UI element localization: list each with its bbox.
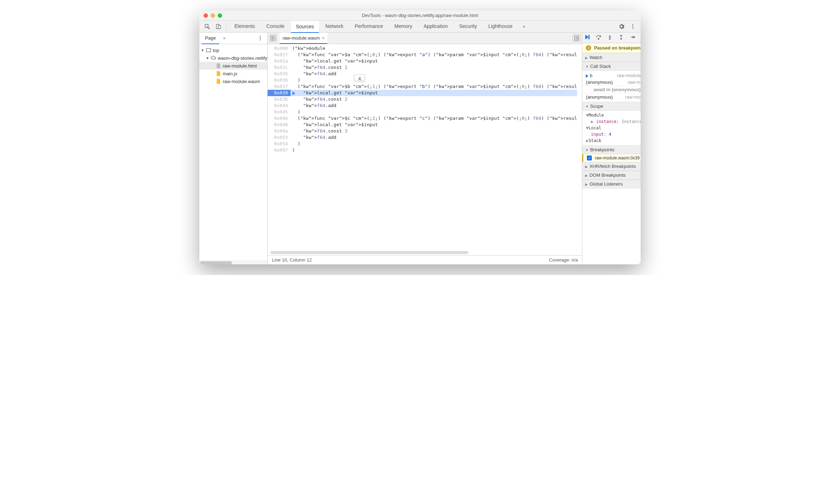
toggle-navigator-icon[interactable]	[269, 34, 277, 42]
svg-point-18	[634, 37, 635, 38]
svg-point-3	[632, 24, 634, 25]
breakpoint-label: raw-module.wasm:0x39	[595, 156, 640, 160]
tab-security[interactable]: Security	[454, 20, 482, 33]
tab-sources[interactable]: Sources	[291, 21, 319, 33]
tab-network[interactable]: Network	[320, 20, 348, 33]
callstack-body: braw-module.wasm:0x39(anonymous)raw-modu…	[582, 71, 641, 102]
tab-memory[interactable]: Memory	[390, 20, 418, 33]
tab-lighthouse[interactable]: Lighthouse	[483, 20, 518, 33]
settings-icon[interactable]	[617, 22, 626, 31]
step-out-icon[interactable]	[618, 34, 624, 41]
window-title: DevTools - wasm-dbg-stories.netlify.app/…	[199, 13, 641, 18]
svg-point-6	[260, 36, 261, 37]
breakpoints-header[interactable]: ▼Breakpoints	[582, 145, 641, 154]
svg-rect-14	[589, 35, 589, 39]
step-into-icon[interactable]	[607, 34, 613, 41]
step-over-icon[interactable]	[596, 34, 601, 41]
tab-performance[interactable]: Performance	[350, 20, 388, 33]
editor-vertical-scrollbar[interactable]	[577, 44, 582, 250]
tab-application[interactable]: Application	[419, 20, 453, 33]
frame-icon	[206, 47, 211, 53]
file-tab-wasm[interactable]: raw-module.wasm ×	[280, 33, 327, 44]
tab-console[interactable]: Console	[261, 20, 289, 33]
svg-rect-9	[206, 48, 211, 52]
value-hover-tooltip: 4	[354, 75, 365, 81]
cloud-icon	[211, 55, 216, 61]
breakpoint-checkbox[interactable]: ✓	[587, 156, 592, 160]
callstack-frame[interactable]: (anonymous)raw-module.html:9	[582, 79, 641, 86]
svg-point-7	[260, 38, 261, 39]
scope-module-instance[interactable]: ▶ instance: Instance {}	[582, 118, 641, 125]
kebab-menu-icon[interactable]	[628, 22, 638, 31]
scope-stack[interactable]: ▶Stack	[582, 137, 641, 144]
tab-elements[interactable]: Elements	[229, 20, 260, 33]
editor-horizontal-scrollbar[interactable]	[268, 250, 582, 255]
file-icon	[216, 78, 221, 84]
navigator-kebab-icon[interactable]	[255, 33, 265, 43]
device-toggle-icon[interactable]	[214, 22, 223, 31]
tree-domain-label: wasm-dbg-stories.netlify	[218, 55, 267, 61]
code-editor[interactable]: ("kw">module ("kw">func "var">$a "cm">(;…	[291, 44, 577, 250]
svg-rect-2	[218, 25, 221, 29]
svg-point-5	[632, 28, 634, 29]
callstack-frame[interactable]: braw-module.wasm:0x39	[582, 72, 641, 79]
sidebar-scrollbar[interactable]	[199, 260, 267, 264]
devtools-tabs: Elements Console Sources Network Perform…	[199, 20, 641, 33]
tree-file-wasm[interactable]: raw-module.wasm	[199, 77, 267, 85]
svg-point-16	[609, 39, 611, 40]
step-icon[interactable]	[630, 34, 635, 41]
file-icon	[216, 63, 221, 69]
svg-point-17	[621, 39, 622, 40]
svg-point-8	[260, 40, 261, 41]
scope-body: ▼Module ▶ instance: Instance {} ▼Local i…	[582, 111, 641, 145]
dom-breakpoints-header[interactable]: ▶DOM Breakpoints	[582, 171, 641, 180]
scope-header[interactable]: ▼Scope	[582, 102, 641, 111]
svg-point-4	[632, 26, 634, 27]
gutter[interactable]: 0x000 0x027 0x02a 0x02c 0x035 0x036 0x03…	[268, 44, 291, 250]
window-titlebar: DevTools - wasm-dbg-stories.netlify.app/…	[199, 11, 641, 20]
more-navigator-tabs-icon[interactable]: »	[219, 33, 229, 43]
tree-file-html[interactable]: raw-module.html	[199, 62, 267, 70]
tree-file-wasm-label: raw-module.wasm	[223, 79, 260, 84]
callstack-header[interactable]: ▼Call Stack	[582, 62, 641, 71]
watch-header[interactable]: ▶Watch	[582, 53, 641, 62]
resume-icon[interactable]	[584, 34, 590, 41]
coverage-status: Coverage: n/a	[549, 257, 578, 263]
svg-point-15	[598, 39, 599, 40]
tree-top-label: top	[213, 48, 219, 53]
debugger-panel: i Paused on breakpoint ▶Watch ▼Call Stac…	[582, 33, 641, 264]
scope-module[interactable]: ▼Module	[582, 112, 641, 118]
navigator-sidebar: Page » ▼ top ▼ wasm-dbg-stories.netlify	[199, 33, 268, 264]
inspect-icon[interactable]	[202, 22, 212, 31]
cursor-position: Line 10, Column 12	[272, 257, 312, 263]
xhr-breakpoints-header[interactable]: ▶XHR/fetch Breakpoints	[582, 162, 641, 171]
tree-file-js-label: main.js	[223, 71, 237, 76]
tree-top[interactable]: ▼ top	[199, 46, 267, 54]
tree-domain[interactable]: ▼ wasm-dbg-stories.netlify	[199, 54, 267, 62]
navigator-tab-page[interactable]: Page	[202, 33, 219, 44]
file-tab-label: raw-module.wasm	[282, 35, 320, 41]
callstack-frame[interactable]: (anonymous)raw-module.html:10	[582, 94, 641, 100]
global-listeners-header[interactable]: ▶Global Listeners	[582, 180, 641, 188]
paused-message: i Paused on breakpoint	[582, 43, 641, 53]
scope-local-input: input: 4	[582, 131, 641, 137]
more-tabs-icon[interactable]: »	[519, 22, 529, 31]
close-tab-icon[interactable]: ×	[322, 35, 325, 41]
scope-local[interactable]: ▼Local	[582, 125, 641, 131]
info-icon: i	[586, 45, 591, 51]
toggle-debugger-icon[interactable]	[573, 34, 581, 42]
tree-file-js[interactable]: main.js	[199, 70, 267, 77]
breakpoint-item[interactable]: ✓ raw-module.wasm:0x39	[582, 154, 641, 162]
tree-file-html-label: raw-module.html	[223, 63, 257, 69]
editor-statusbar: Line 10, Column 12 Coverage: n/a	[268, 255, 582, 264]
file-icon	[216, 71, 221, 76]
